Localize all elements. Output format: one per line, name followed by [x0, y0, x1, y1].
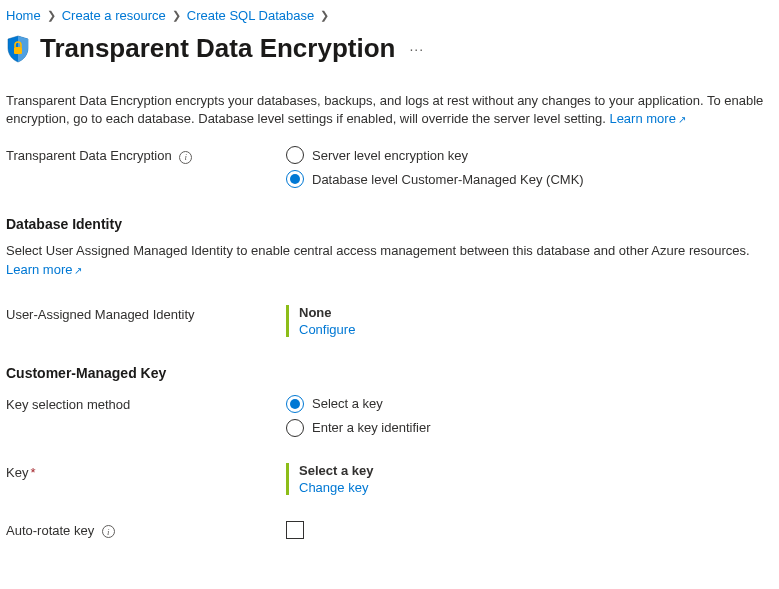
shield-lock-icon: [6, 35, 30, 63]
identity-value: None: [299, 305, 773, 320]
page-description: Transparent Data Encryption encrypts you…: [6, 92, 773, 128]
info-icon[interactable]: i: [102, 525, 115, 538]
tde-option-database[interactable]: Database level Customer-Managed Key (CMK…: [286, 170, 773, 188]
radio-checked-icon: [286, 170, 304, 188]
key-row: Key* Select a key Change key: [6, 463, 773, 495]
cmk-heading: Customer-Managed Key: [6, 365, 773, 381]
radio-checked-icon: [286, 395, 304, 413]
tde-label: Transparent Data Encryption i: [6, 146, 286, 164]
info-icon[interactable]: i: [179, 151, 192, 164]
autorotate-control: [286, 521, 773, 542]
more-actions-button[interactable]: ···: [405, 37, 428, 61]
external-link-icon: ↗: [678, 114, 686, 125]
tde-option-server[interactable]: Server level encryption key: [286, 146, 773, 164]
autorotate-label: Auto-rotate key i: [6, 521, 286, 539]
radio-icon: [286, 419, 304, 437]
required-indicator: *: [30, 465, 35, 480]
breadcrumb: Home ❯ Create a resource ❯ Create SQL Da…: [6, 8, 773, 23]
identity-configure-link[interactable]: Configure: [299, 322, 773, 337]
database-identity-description: Select User Assigned Managed Identity to…: [6, 242, 773, 278]
chevron-right-icon: ❯: [47, 9, 56, 22]
database-identity-heading: Database Identity: [6, 216, 773, 232]
key-method-label: Key selection method: [6, 395, 286, 412]
page-title-row: Transparent Data Encryption ···: [6, 33, 773, 64]
external-link-icon: ↗: [74, 265, 82, 276]
chevron-right-icon: ❯: [320, 9, 329, 22]
key-method-select[interactable]: Select a key: [286, 395, 773, 413]
tde-radio-group: Server level encryption key Database lev…: [286, 146, 773, 188]
breadcrumb-create-sql[interactable]: Create SQL Database: [187, 8, 314, 23]
key-value: Select a key: [299, 463, 773, 478]
key-method-row: Key selection method Select a key Enter …: [6, 395, 773, 437]
svg-rect-0: [14, 47, 22, 54]
breadcrumb-home[interactable]: Home: [6, 8, 41, 23]
key-method-enter[interactable]: Enter a key identifier: [286, 419, 773, 437]
learn-more-link[interactable]: Learn more↗: [609, 111, 685, 126]
identity-label: User-Assigned Managed Identity: [6, 305, 286, 322]
radio-icon: [286, 146, 304, 164]
breadcrumb-create-resource[interactable]: Create a resource: [62, 8, 166, 23]
change-key-link[interactable]: Change key: [299, 480, 773, 495]
identity-value-block: None Configure: [286, 305, 773, 337]
autorotate-row: Auto-rotate key i: [6, 521, 773, 542]
tde-row: Transparent Data Encryption i Server lev…: [6, 146, 773, 188]
chevron-right-icon: ❯: [172, 9, 181, 22]
page-title: Transparent Data Encryption: [40, 33, 395, 64]
identity-learn-more-link[interactable]: Learn more↗: [6, 262, 82, 277]
autorotate-checkbox[interactable]: [286, 521, 304, 539]
key-method-radio-group: Select a key Enter a key identifier: [286, 395, 773, 437]
identity-row: User-Assigned Managed Identity None Conf…: [6, 305, 773, 337]
key-value-block: Select a key Change key: [286, 463, 773, 495]
key-label: Key*: [6, 463, 286, 480]
